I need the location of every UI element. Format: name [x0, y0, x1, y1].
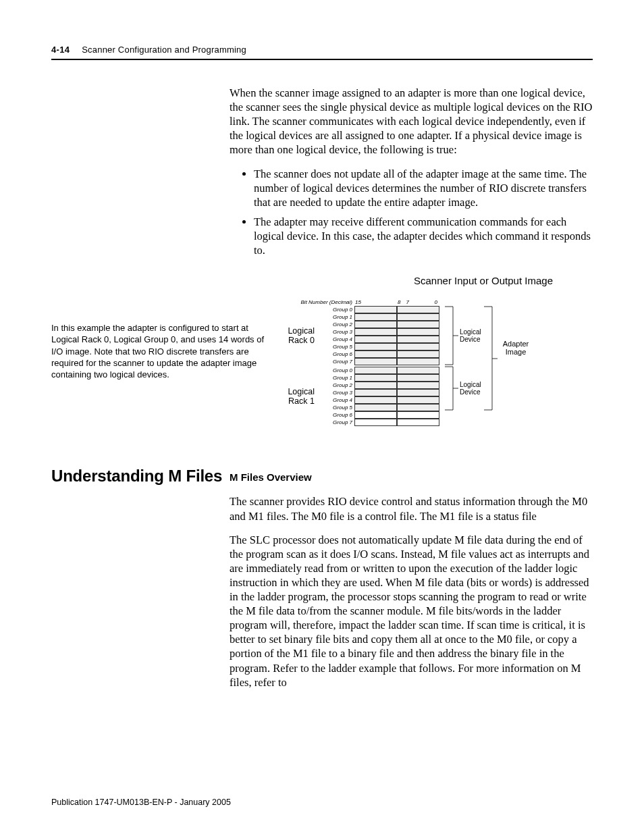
bit-0: 0	[425, 299, 440, 305]
rack-1-label: Logical Rack 1	[281, 387, 315, 407]
page-number: 4-14	[51, 45, 70, 55]
chapter-title: Scanner Configuration and Programming	[82, 45, 246, 55]
publication-footer: Publication 1747-UM013B-EN-P - January 2…	[51, 798, 231, 807]
rack-1-cells	[354, 367, 439, 426]
bit-number-label: Bit Number (Decimal)	[281, 299, 352, 306]
logical-device-0-label: Logical Device	[460, 329, 493, 343]
bit-8: 8	[398, 299, 400, 305]
logical-device-1-label: Logical Device	[460, 382, 493, 396]
diagram-block: In this example the adapter is configure…	[51, 275, 593, 426]
body-paragraph: The scanner provides RIO device control …	[230, 494, 593, 523]
intro-block: When the scanner image assigned to an ad…	[51, 86, 593, 267]
rack-0-cells	[354, 306, 439, 365]
bullet-item: The scanner does not update all of the a…	[254, 167, 593, 209]
scanner-image-diagram: Scanner Input or Output Image Bit Number…	[281, 275, 644, 426]
bullet-item: The adapter may receive different commun…	[254, 215, 593, 257]
rack-1-groups: Group 0 Group 1 Group 2 Group 3 Group 4 …	[317, 367, 352, 426]
bullet-list: The scanner does not update all of the a…	[230, 167, 593, 258]
running-header: 4-14 Scanner Configuration and Programmi…	[51, 45, 593, 55]
bit-15: 15	[355, 299, 367, 305]
body-paragraph: The SLC processor does not automatically…	[230, 533, 593, 689]
bit-7: 7	[406, 299, 408, 305]
sub-heading: M Files Overview	[230, 471, 593, 484]
page: 4-14 Scanner Configuration and Programmi…	[0, 0, 644, 834]
diagram-title: Scanner Input or Output Image	[321, 275, 644, 286]
rack-0-label: Logical Rack 0	[281, 326, 315, 346]
header-rule	[51, 59, 593, 60]
adapter-image-label: Adapter Image	[499, 340, 533, 356]
rack-0-groups: Group 0 Group 1 Group 2 Group 3 Group 4 …	[317, 306, 352, 365]
mfiles-section: Understanding M Files M Files Overview T…	[51, 450, 593, 699]
diagram-side-note: In this example the adapter is configure…	[51, 322, 274, 380]
bracket-icon	[444, 306, 525, 427]
body-paragraph: When the scanner image assigned to an ad…	[230, 86, 593, 157]
section-heading: Understanding M Files	[51, 467, 230, 486]
